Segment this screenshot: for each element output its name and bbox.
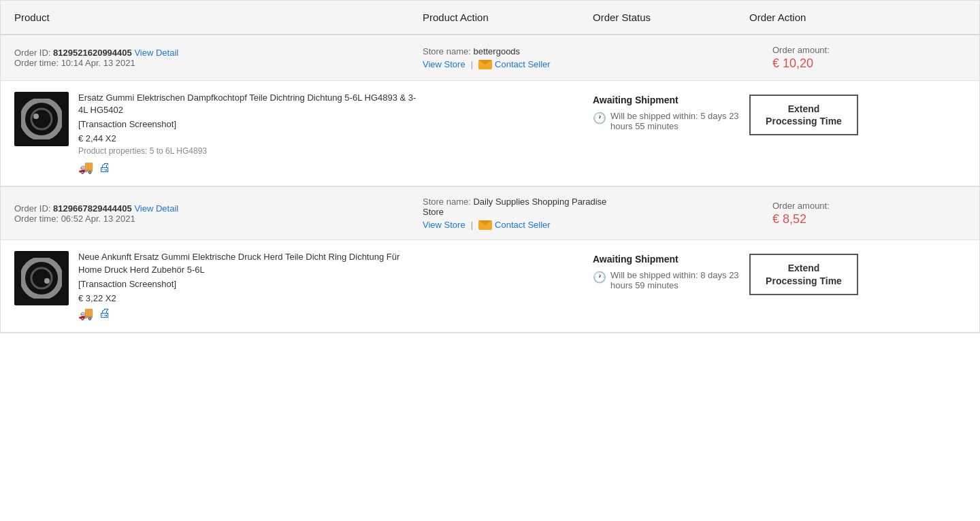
truck-icon-2[interactable]: 🚚	[78, 306, 93, 321]
printer-icon-2[interactable]: 🖨	[99, 306, 111, 320]
clock-icon-1: 🕐	[593, 112, 606, 124]
view-detail-link-2[interactable]: View Detail	[134, 203, 178, 214]
contact-seller-label-2: Contact Seller	[495, 220, 551, 230]
svg-point-4	[31, 268, 52, 288]
order-amount-cell-2: Order amount: € 8,52	[772, 201, 966, 226]
store-actions-1: View Store | Contact Seller	[423, 59, 616, 69]
product-cell-1: Ersatz Gummi Elektrischen Dampfkochtopf …	[14, 92, 423, 175]
store-cell-1: Store name: bettergoods View Store | Con…	[423, 46, 616, 69]
order-id-cell-1: Order ID: 8129521620994405 View Detail O…	[14, 48, 423, 68]
contact-seller-link-2[interactable]: Contact Seller	[478, 220, 551, 230]
truck-icon-1[interactable]: 🚚	[78, 160, 93, 175]
order-status-cell-2: Awaiting Shipment 🕐 Will be shipped with…	[593, 251, 749, 290]
product-row-1: Ersatz Gummi Elektrischen Dampfkochtopf …	[1, 81, 979, 186]
table-header: Product Product Action Order Status Orde…	[1, 1, 979, 35]
contact-seller-label-1: Contact Seller	[495, 59, 551, 69]
order-id-label: Order ID:	[14, 48, 53, 58]
order-id-line-2: Order ID: 8129667829444405 View Detail	[14, 203, 423, 214]
product-name-1: Ersatz Gummi Elektrischen Dampfkochtopf …	[78, 92, 423, 116]
svg-point-5	[44, 278, 50, 284]
mail-icon-1	[478, 60, 492, 69]
store-name-label-1: Store name:	[423, 46, 473, 56]
separator-2: |	[471, 220, 473, 230]
order-time-line-1: Order time: 10:14 Apr. 13 2021	[14, 58, 423, 68]
view-store-link-2[interactable]: View Store	[423, 220, 466, 230]
svg-point-1	[31, 109, 52, 129]
extend-processing-btn-1[interactable]: Extend Processing Time	[749, 95, 858, 135]
view-store-link-1[interactable]: View Store	[423, 59, 466, 69]
amount-value-1: € 10,20	[772, 56, 966, 71]
orders-table: Product Product Action Order Status Orde…	[0, 0, 980, 333]
order-status-cell-1: Awaiting Shipment 🕐 Will be shipped with…	[593, 92, 749, 131]
transaction-screenshot-1: [Transaction Screenshot]	[78, 119, 423, 129]
svg-point-0	[22, 100, 61, 138]
product-icons-1: 🚚 🖨	[78, 160, 423, 175]
store-name-line-1: Store name: bettergoods	[423, 46, 616, 56]
product-details-2: Neue Ankunft Ersatz Gummi Elektrische Dr…	[78, 251, 423, 320]
order-time-label-2: Order time:	[14, 214, 61, 224]
store-cell-2: Store name: Daily Supplies Shopping Para…	[423, 197, 616, 230]
mail-icon-2	[478, 220, 492, 230]
shipping-time-2: 🕐 Will be shipped within: 8 days 23 hour…	[593, 270, 749, 290]
product-icons-2: 🚚 🖨	[78, 306, 423, 321]
product-price-1: € 2,44 X2	[78, 133, 423, 144]
product-properties-label-1: Product properties:	[78, 146, 147, 156]
order-id-line-1: Order ID: 8129521620994405 View Detail	[14, 48, 423, 58]
status-title-2: Awaiting Shipment	[593, 254, 749, 265]
order-id-number-2: 8129667829444405	[53, 203, 132, 214]
contact-seller-link-1[interactable]: Contact Seller	[478, 59, 551, 69]
shipping-text-1: Will be shipped within: 5 days 23 hours …	[610, 111, 749, 131]
product-image-1	[14, 92, 69, 146]
status-title-1: Awaiting Shipment	[593, 95, 749, 105]
extend-processing-btn-2[interactable]: Extend Processing Time	[749, 254, 858, 295]
product-price-2: € 3,22 X2	[78, 293, 423, 303]
printer-icon-1[interactable]: 🖨	[99, 161, 111, 175]
product-cell-2: Neue Ankunft Ersatz Gummi Elektrische Dr…	[14, 251, 423, 320]
header-product-action: Product Action	[423, 12, 593, 23]
order-info-row-2: Order ID: 8129667829444405 View Detail O…	[1, 186, 979, 240]
header-order-action: Order Action	[749, 12, 966, 23]
svg-point-2	[33, 114, 39, 119]
amount-value-2: € 8,52	[772, 212, 966, 226]
shipping-time-1: 🕐 Will be shipped within: 5 days 23 hour…	[593, 111, 749, 131]
product-details-1: Ersatz Gummi Elektrischen Dampfkochtopf …	[78, 92, 423, 175]
product-properties-1: Product properties: 5 to 6L HG4893	[78, 146, 423, 156]
product-name-2: Neue Ankunft Ersatz Gummi Elektrische Dr…	[78, 251, 423, 275]
product-image-svg-1	[21, 99, 62, 139]
order-info-row-1: Order ID: 8129521620994405 View Detail O…	[1, 35, 979, 81]
product-properties-value-1: 5 to 6L HG4893	[150, 146, 207, 156]
product-image-inner-2	[14, 251, 69, 305]
amount-label-2: Order amount:	[772, 201, 966, 211]
store-name-value-1: bettergoods	[473, 46, 520, 56]
product-image-inner-1	[14, 92, 69, 146]
shipping-text-2: Will be shipped within: 8 days 23 hours …	[610, 270, 749, 290]
order-id-number-1: 8129521620994405	[53, 48, 132, 58]
order-time-label-1: Order time:	[14, 58, 61, 68]
store-name-line-2: Store name: Daily Supplies Shopping Para…	[423, 197, 616, 217]
product-image-2	[14, 251, 69, 305]
order-time-line-2: Order time: 06:52 Apr. 13 2021	[14, 214, 423, 224]
store-actions-2: View Store | Contact Seller	[423, 220, 616, 230]
clock-icon-2: 🕐	[593, 271, 606, 284]
store-name-label-2: Store name:	[423, 197, 473, 207]
order-action-cell-1: Extend Processing Time	[749, 92, 966, 135]
order-amount-cell-1: Order amount: € 10,20	[772, 45, 966, 71]
product-row-2: Neue Ankunft Ersatz Gummi Elektrische Dr…	[1, 240, 979, 332]
order-id-cell-2: Order ID: 8129667829444405 View Detail O…	[14, 203, 423, 224]
header-order-status: Order Status	[593, 12, 749, 23]
transaction-screenshot-2: [Transaction Screenshot]	[78, 279, 423, 289]
header-product: Product	[14, 12, 423, 23]
separator-1: |	[471, 59, 473, 69]
product-image-svg-2	[21, 258, 62, 299]
amount-label-1: Order amount:	[772, 45, 966, 55]
svg-point-3	[22, 259, 61, 297]
order-time-value-2: 06:52 Apr. 13 2021	[61, 214, 135, 224]
order-time-value-1: 10:14 Apr. 13 2021	[61, 58, 135, 68]
order-id-label-2: Order ID:	[14, 203, 53, 214]
order-action-cell-2: Extend Processing Time	[749, 251, 966, 295]
view-detail-link-1[interactable]: View Detail	[134, 48, 178, 58]
